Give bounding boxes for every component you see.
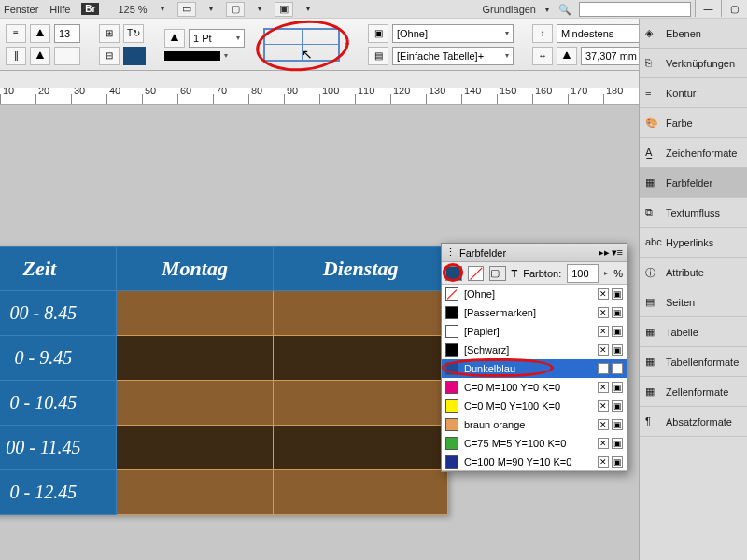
stroke-color-select[interactable]: [Ohne]▾ bbox=[392, 24, 514, 43]
swatch-item[interactable]: C=0 M=100 Y=0 K=0✕▣ bbox=[442, 378, 627, 397]
rotate-icon[interactable]: T↻ bbox=[123, 24, 144, 43]
screen-icon[interactable]: ▣ bbox=[275, 2, 293, 17]
time-cell[interactable]: 00 - 11.45 bbox=[0, 426, 116, 470]
stroke-weight[interactable]: 1 Pt▾ bbox=[189, 29, 245, 48]
swatch-item[interactable]: C=100 M=90 Y=10 K=0✕▣ bbox=[442, 453, 627, 471]
table-header[interactable]: Zeit bbox=[0, 247, 116, 291]
width-stepper[interactable]: ⯅ bbox=[557, 47, 577, 65]
table-cell[interactable] bbox=[274, 381, 448, 426]
dock-label: Attribute bbox=[666, 267, 704, 278]
dock-panel-ebenen[interactable]: ◈Ebenen bbox=[640, 19, 747, 49]
panel-grip-icon[interactable]: ⋮ bbox=[445, 246, 456, 259]
dock-panel-zeichenformate[interactable]: A̲Zeichenformate bbox=[640, 138, 747, 168]
fill-toggle[interactable] bbox=[445, 266, 462, 281]
timetable[interactable]: ZeitMontagDienstag 00 - 8.450 - 9.450 - … bbox=[0, 246, 448, 515]
swatch-item[interactable]: C=0 M=0 Y=100 K=0✕▣ bbox=[442, 397, 627, 415]
table-cell[interactable] bbox=[274, 291, 448, 336]
swatch-item[interactable]: C=75 M=5 Y=100 K=0✕▣ bbox=[442, 434, 627, 453]
stroke-color-icon[interactable]: ▣ bbox=[368, 24, 388, 43]
table-cell[interactable] bbox=[274, 426, 448, 470]
dock-panel-zellenformate[interactable]: ▦Zellenformate bbox=[640, 377, 747, 407]
swatch-color-icon bbox=[445, 418, 458, 431]
swatch-name: braun orange bbox=[464, 419, 525, 430]
rows-input[interactable] bbox=[54, 24, 80, 43]
dock-panel-hyperlinks[interactable]: abcHyperlinks bbox=[640, 228, 747, 258]
width-input[interactable] bbox=[581, 47, 646, 65]
swatch-name: [Ohne] bbox=[464, 288, 495, 300]
swatch-item[interactable]: braun orange✕▣ bbox=[442, 415, 627, 434]
menu-hilfe[interactable]: Hilfe bbox=[49, 4, 70, 15]
dock-label: Verknüpfungen bbox=[666, 58, 735, 69]
table-cell[interactable] bbox=[116, 291, 274, 336]
dock-panel-tabelle[interactable]: ▦Tabelle bbox=[640, 317, 747, 347]
search-input[interactable] bbox=[579, 2, 691, 17]
container-icon[interactable]: ▢ bbox=[489, 266, 506, 281]
panel-icon: ≡ bbox=[645, 87, 660, 100]
table-cell[interactable] bbox=[274, 336, 448, 381]
text-fill-icon[interactable]: T bbox=[512, 268, 518, 279]
bridge-button[interactable]: Br bbox=[81, 3, 99, 15]
table-cell[interactable] bbox=[116, 426, 274, 470]
tint-input[interactable] bbox=[567, 264, 599, 283]
time-cell[interactable]: 0 - 12.45 bbox=[0, 470, 116, 515]
rows-icon[interactable]: ≡ bbox=[6, 24, 26, 43]
table-cell[interactable] bbox=[116, 470, 274, 515]
table-style-select[interactable]: [Einfache Tabelle]+▾ bbox=[392, 47, 514, 65]
panel-icon: ⧉ bbox=[645, 206, 660, 219]
table-cell[interactable] bbox=[274, 470, 448, 515]
stroke-style[interactable] bbox=[164, 51, 220, 61]
time-cell[interactable]: 0 - 10.45 bbox=[0, 381, 116, 426]
dock-panel-textumfluss[interactable]: ⧉Textumfluss bbox=[640, 198, 747, 228]
dock-label: Zeichenformate bbox=[666, 147, 737, 159]
table-style-icon[interactable]: ▤ bbox=[368, 47, 388, 65]
window-maximize[interactable]: ▢ bbox=[721, 0, 747, 17]
dock-panel-absatzformate[interactable]: ¶Absatzformate bbox=[640, 407, 747, 437]
cols-stepper[interactable]: ⯅ bbox=[30, 47, 50, 65]
dock-panel-tabellenformate[interactable]: ▦Tabellenformate bbox=[640, 347, 747, 377]
cell-border-proxy[interactable]: ↖ bbox=[263, 28, 340, 62]
cols-value[interactable] bbox=[54, 47, 80, 65]
workspace-select[interactable]: Grundlagen bbox=[483, 4, 537, 15]
rows-stepper[interactable]: ⯅ bbox=[30, 24, 50, 43]
dock-panel-kontur[interactable]: ≡Kontur bbox=[640, 78, 747, 108]
view-mode-icon[interactable]: ▭ bbox=[177, 2, 196, 17]
arrange-icon[interactable]: ▢ bbox=[226, 2, 245, 17]
swatch-item[interactable]: [Ohne]✕▣ bbox=[442, 285, 627, 303]
dock-panel-farbe[interactable]: 🎨Farbe bbox=[640, 108, 747, 138]
swatch-item[interactable]: [Passermarken]✕▣ bbox=[442, 303, 627, 322]
dock-label: Tabellenformate bbox=[666, 357, 739, 368]
swatch-item[interactable]: [Schwarz]✕▣ bbox=[442, 341, 627, 359]
stroke-weight-stepper[interactable]: ⯅ bbox=[164, 29, 185, 48]
dock-panel-verknüpfungen[interactable]: ⎘Verknüpfungen bbox=[640, 49, 747, 78]
split-icon[interactable]: ⊟ bbox=[99, 47, 120, 65]
dock-panel-attribute[interactable]: ⓘAttribute bbox=[640, 258, 747, 287]
panel-menu-icon[interactable]: ▾≡ bbox=[612, 246, 623, 259]
right-dock: ◈Ebenen⎘Verknüpfungen≡Kontur🎨FarbeA̲Zeic… bbox=[639, 19, 747, 560]
table-cell[interactable] bbox=[116, 336, 274, 381]
swatch-item[interactable]: Dunkelblau✕▣ bbox=[442, 359, 627, 378]
table-cell[interactable] bbox=[116, 381, 274, 426]
merge-icon[interactable]: ⊞ bbox=[99, 24, 120, 43]
window-minimize[interactable]: — bbox=[695, 0, 721, 17]
fill-swatch[interactable] bbox=[123, 47, 146, 65]
time-cell[interactable]: 00 - 8.45 bbox=[0, 291, 116, 336]
dock-label: Kontur bbox=[666, 88, 696, 99]
table-header[interactable]: Montag bbox=[116, 247, 274, 291]
swatch-item[interactable]: [Papier]✕▣ bbox=[442, 322, 627, 341]
swatches-panel-title[interactable]: Farbfelder bbox=[459, 247, 506, 259]
swatch-color-icon bbox=[445, 437, 458, 450]
height-mode-icon[interactable]: ↕ bbox=[532, 24, 553, 43]
height-mode-select[interactable]: Mindestens▾ bbox=[557, 24, 650, 43]
dock-panel-seiten[interactable]: ▤Seiten bbox=[640, 287, 747, 317]
dock-panel-farbfelder[interactable]: ▦Farbfelder bbox=[640, 168, 747, 198]
table-header[interactable]: Dienstag bbox=[274, 247, 448, 291]
panel-collapse-icon[interactable]: ▸▸ bbox=[599, 246, 610, 259]
swatch-color-icon bbox=[445, 455, 458, 469]
time-cell[interactable]: 0 - 9.45 bbox=[0, 336, 116, 381]
chevron-down-icon[interactable]: ▾ bbox=[161, 5, 164, 13]
menu-fenster[interactable]: Fenster bbox=[4, 4, 38, 15]
cols-icon[interactable]: ‖ bbox=[6, 47, 26, 65]
width-icon[interactable]: ↔ bbox=[532, 47, 553, 65]
stroke-toggle[interactable] bbox=[468, 266, 485, 281]
zoom-level[interactable]: 125 % bbox=[118, 4, 147, 15]
